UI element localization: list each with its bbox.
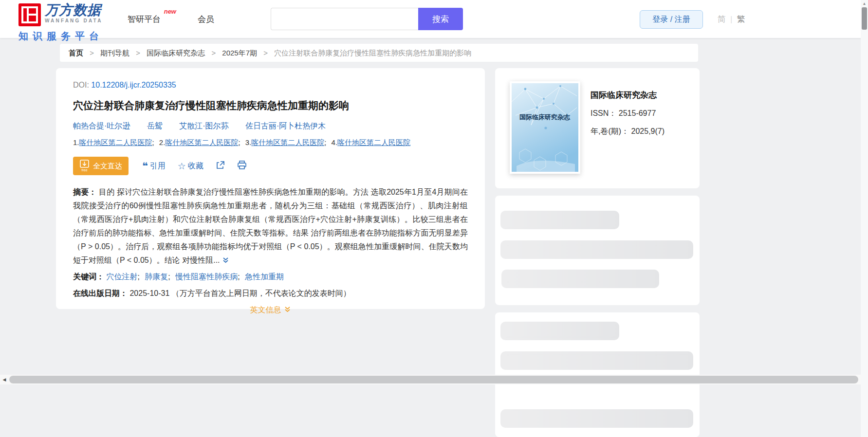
- abstract-section: 摘要： 目的 探讨穴位注射联合肺康复治疗慢性阻塞性肺疾病急性加重期的影响。方法 …: [73, 185, 468, 268]
- scroll-up-arrow-icon[interactable]: ▲: [861, 0, 868, 7]
- author-link[interactable]: 佐日古丽·阿卜杜热伊木: [245, 122, 326, 130]
- nav-member[interactable]: 会员: [198, 14, 214, 25]
- share-button[interactable]: [216, 161, 225, 172]
- print-button[interactable]: [237, 161, 247, 172]
- abstract-expand-chevron-down-icon[interactable]: [222, 255, 229, 268]
- affiliation-link[interactable]: 喀什地区第二人民医院: [165, 138, 238, 146]
- fulltext-free-icon: free: [79, 159, 90, 173]
- skeleton-bar: [500, 240, 693, 259]
- skeleton-bar: [501, 270, 659, 288]
- online-publish-note: （万方平台首次上网日期，不代表论文的发表时间）: [172, 289, 351, 297]
- print-icon: [237, 161, 247, 172]
- affiliation-link[interactable]: 喀什地区第二人民医院: [337, 138, 410, 146]
- cite-button[interactable]: ❝ 引用: [142, 161, 166, 171]
- issn-label: ISSN：: [591, 109, 616, 117]
- author-link[interactable]: 岳鸳: [147, 122, 163, 130]
- horizontal-scrollbar-thumb[interactable]: [9, 376, 858, 383]
- breadcrumb-home[interactable]: 首页: [69, 49, 83, 57]
- login-register-button[interactable]: 登录 / 注册: [640, 10, 703, 29]
- journal-name[interactable]: 国际临床研究杂志: [591, 90, 665, 101]
- breadcrumb-current-article: 穴位注射联合肺康复治疗慢性阻塞性肺疾病急性加重期的影响: [274, 49, 471, 57]
- affiliation-number: 1.: [73, 138, 79, 146]
- online-publish-row: 在线出版日期： 2025-10-31 （万方平台首次上网日期，不代表论文的发表时…: [73, 289, 468, 299]
- doi-link[interactable]: 10.12208/j.ijcr.20250335: [91, 81, 176, 89]
- quote-icon: ❝: [142, 161, 148, 171]
- keywords-row: 关键词： 穴位注射; 肺康复; 慢性阻塞性肺疾病; 急性加重期: [73, 272, 468, 282]
- brand-name-en: WANFANG DATA: [45, 18, 103, 23]
- abstract-label: 摘要：: [73, 188, 97, 196]
- affiliation-number: 4.: [332, 138, 338, 146]
- fulltext-label: 全文直达: [93, 162, 122, 171]
- english-info-chevron-down-icon: [284, 306, 291, 315]
- author-link[interactable]: 帕热合提·吐尔逊: [73, 122, 130, 130]
- journal-meta: 国际临床研究杂志 ISSN： 2515-6977 年,卷(期)： 2025,9(…: [591, 90, 665, 137]
- article-detail-card: DOI: 10.12208/j.ijcr.20250335 穴位注射联合肺康复治…: [56, 68, 485, 309]
- affiliation-link[interactable]: 喀什地区第二人民医院: [251, 138, 324, 146]
- breadcrumb-separator: >: [90, 49, 94, 57]
- share-icon: [216, 161, 225, 172]
- online-publish-date: 2025-10-31: [129, 289, 169, 297]
- journal-info-card: 国际临床研究杂志 国际临床研究杂志 ISSN： 2515-6977 年,卷(期)…: [495, 68, 700, 188]
- breadcrumb-separator: >: [136, 49, 140, 57]
- skeleton-bar: [500, 351, 693, 370]
- top-header: 万方数据 WANFANG DATA 知识服务平台 智研平台 new 会员 搜索 …: [0, 0, 868, 38]
- keyword-link[interactable]: 肺康复: [145, 273, 168, 281]
- issn-value: 2515-6977: [619, 109, 656, 117]
- article-title: 穴位注射联合肺康复治疗慢性阻塞性肺疾病急性加重期的影响: [73, 99, 468, 112]
- affiliation-separator: ;: [152, 138, 154, 146]
- vertical-scrollbar-thumb[interactable]: [862, 7, 867, 30]
- scroll-left-arrow-icon[interactable]: ◀: [0, 375, 9, 384]
- keyword-separator: ;: [137, 273, 139, 281]
- keyword-link[interactable]: 慢性阻塞性肺疾病: [175, 273, 238, 281]
- keyword-separator: ;: [238, 273, 240, 281]
- author-list: 帕热合提·吐尔逊 岳鸳 艾散江·图尔荪 佐日古丽·阿卜杜热伊木: [73, 121, 468, 131]
- skeleton-bar: [500, 322, 619, 340]
- fulltext-button[interactable]: free 全文直达: [73, 157, 129, 175]
- brand-tagline: 知识服务平台: [18, 30, 103, 43]
- author-link[interactable]: 艾散江·图尔荪: [179, 122, 228, 130]
- online-publish-label: 在线出版日期：: [73, 289, 128, 297]
- abstract-text: 目的 探讨穴位注射联合肺康复治疗慢性阻塞性肺疾病急性加重期的影响。方法 选取20…: [73, 188, 468, 264]
- keywords-label: 关键词：: [73, 273, 104, 281]
- breadcrumb-journal-nav[interactable]: 期刊导航: [100, 49, 129, 57]
- action-toolbar: free 全文直达 ❝ 引用 ☆ 收藏: [73, 157, 468, 175]
- lang-divider: |: [730, 15, 732, 24]
- journal-cover-title: 国际临床研究杂志: [519, 113, 571, 121]
- breadcrumb-separator: >: [211, 49, 216, 57]
- english-info-toggle[interactable]: 英文信息: [73, 305, 468, 315]
- keyword-link[interactable]: 急性加重期: [245, 273, 284, 281]
- favorite-button[interactable]: ☆ 收藏: [178, 161, 203, 171]
- search-input[interactable]: [271, 8, 418, 30]
- nav-zhiyan-platform[interactable]: 智研平台 new: [128, 14, 161, 25]
- language-switch: 简|繁: [718, 14, 745, 25]
- journal-cover[interactable]: 国际临床研究杂志: [510, 81, 580, 174]
- brand-name-cn: 万方数据: [45, 3, 103, 17]
- vertical-scrollbar: ▲: [861, 0, 868, 437]
- journal-volume-row: 年,卷(期)： 2025,9(7): [591, 127, 665, 137]
- affiliation-separator: ;: [324, 138, 326, 146]
- skeleton-bar: [500, 409, 693, 428]
- search-button[interactable]: 搜索: [418, 8, 463, 30]
- horizontal-scrollbar: ◀ ▶: [0, 375, 868, 384]
- breadcrumb: 首页 > 期刊导航 > 国际临床研究杂志 > 2025年7期 > 穴位注射联合肺…: [60, 44, 698, 62]
- breadcrumb-journal[interactable]: 国际临床研究杂志: [147, 49, 205, 57]
- sidebar-loading-card: [495, 196, 700, 305]
- breadcrumb-separator: >: [263, 49, 268, 57]
- wanfang-logo[interactable]: 万方数据 WANFANG DATA 知识服务平台: [18, 3, 103, 43]
- volume-value: 2025,9(7): [631, 127, 665, 135]
- lang-simplified[interactable]: 简: [718, 15, 726, 24]
- breadcrumb-issue[interactable]: 2025年7期: [222, 49, 257, 57]
- keyword-separator: ;: [168, 273, 170, 281]
- skeleton-bar: [500, 211, 619, 229]
- journal-issn-row: ISSN： 2515-6977: [591, 109, 665, 119]
- doi-label: DOI:: [73, 81, 89, 89]
- affiliation-link[interactable]: 喀什地区第二人民医院: [79, 138, 152, 146]
- affiliation-number: 2.: [159, 138, 166, 146]
- lang-traditional[interactable]: 繁: [737, 15, 745, 24]
- star-icon: ☆: [178, 162, 186, 171]
- affiliation-number: 3.: [245, 138, 252, 146]
- svg-text:free: free: [81, 168, 87, 172]
- volume-label: 年,卷(期)：: [591, 127, 629, 135]
- keyword-link[interactable]: 穴位注射: [106, 273, 137, 281]
- doi-row: DOI: 10.12208/j.ijcr.20250335: [73, 81, 468, 90]
